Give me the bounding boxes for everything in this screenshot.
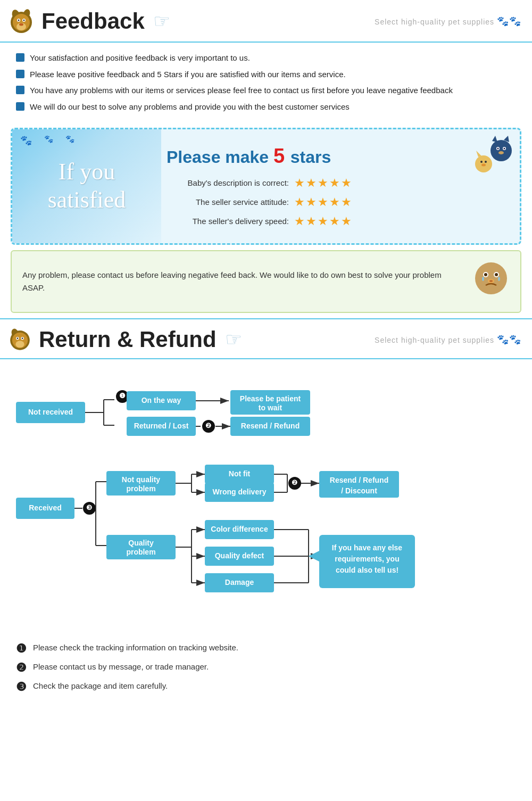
banner-right: Please make 5 stars Baby's description i… bbox=[161, 129, 520, 243]
svg-point-20 bbox=[480, 161, 483, 163]
svg-point-35 bbox=[15, 341, 24, 348]
resend-refund-discount-label-2: / Discount bbox=[341, 486, 377, 495]
note-circle-2: ❷ bbox=[16, 661, 27, 675]
requirements-label-2: requirements, you bbox=[335, 555, 399, 563]
svg-marker-11 bbox=[492, 136, 497, 142]
on-the-way-label: On the way bbox=[142, 396, 181, 404]
dog-icon bbox=[5, 5, 37, 37]
note-circle-3: ❸ bbox=[16, 680, 27, 694]
animal-decoration bbox=[472, 135, 514, 184]
stars-1: ★★★★★ bbox=[294, 176, 353, 190]
svg-point-39 bbox=[22, 337, 23, 339]
svg-point-15 bbox=[497, 148, 499, 150]
resend-refund-top-label: Resend / Refund bbox=[241, 422, 300, 430]
svg-point-16 bbox=[504, 148, 505, 150]
svg-point-22 bbox=[481, 164, 486, 167]
patient-label-1: Please be patient bbox=[240, 394, 301, 403]
return-tagline: Select high-quality pet supplies 🐾🐾 bbox=[375, 334, 521, 345]
rating-label-2: The seller service attitude: bbox=[167, 197, 289, 207]
note-item-1: ❶ Please check the tracking information … bbox=[16, 642, 516, 656]
bullet-icon-2 bbox=[16, 70, 24, 78]
not-received-label: Not received bbox=[28, 408, 73, 416]
returned-lost-label: Returned / Lost bbox=[134, 422, 189, 430]
return-title: Return & Refund bbox=[39, 327, 217, 352]
return-hand-icon: ☞ bbox=[225, 328, 242, 351]
bullet-icon-1 bbox=[16, 53, 24, 62]
bullet-icon-3 bbox=[16, 86, 24, 94]
note-text-2: Please contact us by message, or trade m… bbox=[33, 661, 209, 673]
cat-dog-icon bbox=[472, 135, 514, 183]
svg-marker-19 bbox=[476, 151, 481, 157]
bullet-item-3: You have any problems with our items or … bbox=[16, 85, 516, 97]
crying-dog-svg bbox=[472, 260, 510, 297]
svg-point-9 bbox=[19, 23, 23, 26]
svg-point-26 bbox=[484, 273, 487, 276]
banner-left: 🐾 🐾 🐾 If yousatisfied bbox=[12, 129, 161, 243]
header-left: Feedback ☞ bbox=[5, 5, 170, 37]
not-fit-label: Not fit bbox=[229, 469, 251, 478]
stars-3: ★★★★★ bbox=[294, 214, 353, 228]
patient-label-2: to wait bbox=[259, 403, 282, 412]
svg-point-17 bbox=[498, 151, 504, 154]
svg-point-29 bbox=[498, 277, 500, 281]
rating-row-2: The seller service attitude: ★★★★★ bbox=[167, 195, 509, 209]
feedback-header: Feedback ☞ Select high-quality pet suppl… bbox=[0, 0, 532, 43]
bullet-text-3: You have any problems with our items or … bbox=[30, 85, 453, 97]
quality-label-2: problem bbox=[126, 548, 155, 556]
not-quality-label-1: Not quality bbox=[122, 475, 161, 484]
requirements-label-3: could also tell us! bbox=[336, 566, 398, 574]
flow-section: .box { rx:4; ry:4; } .fb { fill: #4db8d8… bbox=[0, 359, 532, 632]
bullet-item-2: Please leave positive feedback and 5 Sta… bbox=[16, 69, 516, 81]
note-text-1: Please check the tracking information on… bbox=[33, 642, 238, 654]
svg-point-10 bbox=[491, 140, 512, 161]
num-3: ❸ bbox=[86, 503, 93, 511]
note-item-3: ❸ Check the package and item carefully. bbox=[16, 680, 516, 694]
color-diff-label: Color difference bbox=[211, 525, 268, 533]
not-quality-label-2: problem bbox=[126, 484, 155, 493]
flow-diagram: .box { rx:4; ry:4; } .fb { fill: #4db8d8… bbox=[11, 370, 521, 625]
bullet-list: Your satisfaction and positive feedback … bbox=[0, 43, 532, 122]
return-paw-icons: 🐾🐾 bbox=[497, 334, 521, 345]
paw-print-1: 🐾 bbox=[20, 135, 32, 146]
contact-box: Any problem, please contact us before le… bbox=[11, 250, 521, 313]
rating-label-3: The seller's delivery speed: bbox=[167, 217, 289, 226]
return-refund-header: Return & Refund ☞ Select high-quality pe… bbox=[0, 318, 532, 359]
svg-point-8 bbox=[23, 20, 25, 21]
svg-point-23 bbox=[475, 262, 507, 294]
hand-icon: ☞ bbox=[153, 10, 170, 32]
paw-icons: 🐾🐾 bbox=[497, 16, 521, 27]
received-label: Received bbox=[29, 503, 61, 512]
bullet-item-1: Your satisfaction and positive feedback … bbox=[16, 52, 516, 64]
page-title: Feedback bbox=[41, 9, 145, 34]
return-header-left: Return & Refund ☞ bbox=[5, 325, 242, 354]
paw-print-3: 🐾 bbox=[65, 135, 74, 143]
header-tagline: Select high-quality pet supplies 🐾🐾 bbox=[375, 15, 521, 27]
svg-point-21 bbox=[485, 161, 487, 163]
satisfied-text: If yousatisfied bbox=[48, 158, 126, 214]
bullet-text-1: Your satisfaction and positive feedback … bbox=[30, 52, 250, 64]
return-dog-icon bbox=[5, 325, 35, 354]
svg-point-38 bbox=[17, 337, 19, 339]
notes-section: ❶ Please check the tracking information … bbox=[0, 632, 532, 710]
rating-row-1: Baby's description is correct: ★★★★★ bbox=[167, 176, 509, 190]
wrong-delivery-label: Wrong delivery bbox=[213, 488, 267, 496]
note-circle-1: ❶ bbox=[16, 642, 27, 656]
bullet-text-4: We will do our best to solve any problem… bbox=[30, 101, 350, 113]
note-item-2: ❷ Please contact us by message, or trade… bbox=[16, 661, 516, 675]
svg-point-31 bbox=[489, 280, 493, 282]
bullet-text-2: Please leave positive feedback and 5 Sta… bbox=[30, 69, 346, 81]
rating-label-1: Baby's description is correct: bbox=[167, 178, 289, 187]
quality-defect-label: Quality defect bbox=[215, 551, 264, 560]
svg-point-27 bbox=[495, 273, 498, 276]
resend-refund-discount-label-1: Resend / Refund bbox=[330, 476, 388, 484]
sad-face-icon bbox=[472, 260, 510, 303]
rating-row-3: The seller's delivery speed: ★★★★★ bbox=[167, 214, 509, 228]
damage-label: Damage bbox=[225, 578, 254, 587]
svg-point-28 bbox=[482, 277, 484, 281]
please-make-text: Please make 5 stars bbox=[167, 145, 509, 168]
quality-label-1: Quality bbox=[128, 539, 154, 547]
feedback-banner: 🐾 🐾 🐾 If yousatisfied bbox=[11, 128, 521, 245]
bullet-icon-4 bbox=[16, 102, 24, 111]
contact-text: Any problem, please contact us before le… bbox=[22, 269, 464, 294]
requirements-label-1: If you have any else bbox=[332, 543, 402, 552]
